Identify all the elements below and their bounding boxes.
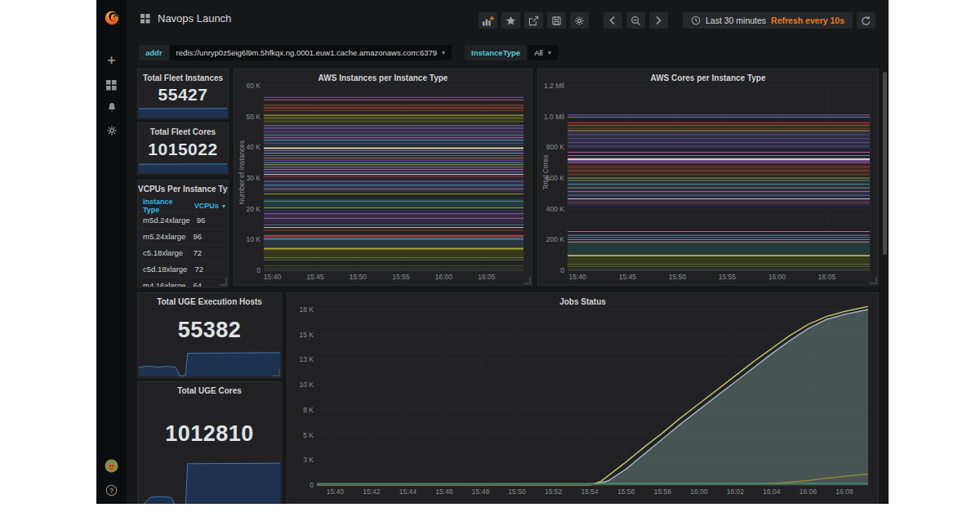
svg-text:0: 0 (256, 266, 261, 274)
panel-resize-handle[interactable] (273, 369, 280, 376)
dashboard-settings-gear-button[interactable] (570, 12, 589, 29)
svg-text:16:00: 16:00 (435, 273, 453, 281)
panel-title[interactable]: Total Fleet Cores (138, 126, 228, 139)
sparkline (139, 162, 227, 173)
share-button[interactable] (524, 12, 543, 29)
refresh-interval-label: Refresh every 10s (771, 16, 844, 25)
svg-text:15:52: 15:52 (545, 488, 563, 496)
grafana-logo-icon[interactable] (96, 10, 127, 26)
svg-text:1.0 Mil: 1.0 Mil (544, 113, 564, 121)
panel-aws-cores-chart: AWS Cores per Instance Type Total Cores … (537, 69, 879, 286)
panel-title[interactable]: Total Fleet Instances (138, 72, 228, 85)
svg-text:?: ? (109, 486, 114, 494)
column-header-instance-type[interactable]: Instance Type (138, 198, 189, 214)
panel-total-uge-execution-hosts: Total UGE Execution Hosts 55382 (137, 292, 282, 378)
panel-title[interactable]: Total UGE Cores (138, 385, 281, 398)
panel-title[interactable]: VCPUs Per Instance Type (138, 183, 228, 196)
dashboard-title[interactable]: Navops Launch (158, 12, 231, 24)
table-row: c5d.18xlarge72 (138, 261, 228, 278)
help-icon[interactable]: ? (96, 480, 127, 500)
svg-text:16:00: 16:00 (768, 273, 786, 281)
svg-text:0: 0 (560, 266, 564, 274)
panel-total-fleet-instances: Total Fleet Instances 55427 (137, 69, 229, 119)
panel-resize-handle[interactable] (870, 277, 877, 284)
panel-resize-handle[interactable] (523, 277, 531, 284)
jobs-status-plot-area[interactable]: 15:4015:4215:4415:4615:4815:5015:5215:54… (292, 306, 873, 501)
svg-text:60 K: 60 K (247, 82, 261, 90)
svg-text:0: 0 (310, 481, 314, 489)
instance-type-cell: c5d.18xlarge (138, 261, 188, 277)
dashboard-toolbar: Last 30 minutes Refresh every 10s (479, 12, 875, 29)
svg-text:15:50: 15:50 (669, 273, 687, 281)
panel-total-uge-cores: Total UGE Cores 1012810 (137, 381, 282, 504)
screenshot: + (0, 0, 980, 512)
panel-total-fleet-cores: Total Fleet Cores 1015022 (137, 122, 229, 175)
scrollbar-thumb[interactable] (883, 72, 887, 255)
svg-text:15:44: 15:44 (399, 488, 417, 496)
svg-text:15:58: 15:58 (654, 488, 672, 496)
svg-text:15:40: 15:40 (327, 488, 345, 496)
time-picker[interactable]: Last 30 minutes Refresh every 10s (683, 12, 853, 29)
zoom-out-magnifier-icon[interactable] (626, 12, 645, 29)
star-button[interactable] (501, 12, 520, 29)
svg-text:15:42: 15:42 (363, 488, 381, 496)
aws-cores-plot-area[interactable]: 15:4015:4515:5015:5516:0016:051.2 Mil1.0… (543, 82, 873, 283)
svg-text:15:46: 15:46 (435, 488, 453, 496)
addr-variable-dropdown[interactable]: redis://unryp0z5eig6l9m.5hfkqx.ng.0001.e… (170, 45, 452, 60)
instance-type-cell: m5d.24xlarge (138, 212, 190, 228)
svg-text:15:40: 15:40 (264, 273, 282, 281)
svg-text:8 K: 8 K (303, 406, 314, 414)
svg-text:16:00: 16:00 (690, 488, 708, 496)
svg-text:15:45: 15:45 (306, 273, 324, 281)
clock-icon (691, 16, 701, 25)
add-icon[interactable]: + (96, 51, 127, 70)
svg-text:16:05: 16:05 (818, 273, 836, 281)
svg-text:800 K: 800 K (546, 143, 565, 151)
svg-text:10 K: 10 K (247, 235, 261, 243)
svg-text:16:06: 16:06 (800, 488, 817, 496)
grafana-app: + (96, 0, 889, 504)
instance-type-cell: m4.16xlarge (138, 278, 186, 287)
panel-vcpus-table: VCPUs Per Instance Type Instance Type VC… (137, 180, 229, 287)
svg-text:10 K: 10 K (300, 381, 314, 389)
time-range-label: Last 30 minutes (706, 16, 766, 25)
svg-text:15:55: 15:55 (719, 273, 737, 281)
svg-text:5 K: 5 K (303, 431, 314, 439)
chevron-down-icon: ▾ (548, 49, 551, 56)
column-header-vcpus[interactable]: VCPUs ▼ (189, 202, 228, 210)
svg-text:16:05: 16:05 (478, 273, 496, 281)
svg-text:1.2 Mil: 1.2 Mil (544, 82, 564, 90)
svg-text:15:50: 15:50 (350, 273, 368, 281)
user-avatar[interactable] (96, 456, 127, 475)
alerting-bell-icon[interactable] (96, 98, 127, 118)
svg-text:600 K: 600 K (546, 174, 565, 182)
dashboards-grid-icon[interactable] (96, 75, 127, 95)
panel-aws-instances-chart: AWS Instances per Instance Type Number o… (234, 69, 532, 286)
instance-type-variable-dropdown[interactable]: All▾ (528, 45, 558, 60)
time-shift-forward-chevron-icon[interactable] (649, 12, 668, 29)
svg-text:16:08: 16:08 (835, 488, 853, 496)
addr-variable-label: addr (139, 45, 169, 60)
table-row: m5d.24xlarge96 (138, 212, 228, 229)
add-panel-button[interactable] (479, 12, 497, 29)
table-row: m4.16xlarge64 (138, 278, 228, 287)
table-row: m5.24xlarge96 (138, 229, 228, 245)
settings-gear-icon[interactable] (96, 121, 127, 140)
vcpu-table-body: m5d.24xlarge96m5.24xlarge96c5.18xlarge72… (138, 212, 228, 287)
svg-text:30 K: 30 K (247, 174, 261, 182)
chevron-down-icon: ▾ (442, 49, 445, 56)
stat-value: 1012810 (165, 421, 254, 447)
refresh-button[interactable] (857, 12, 875, 29)
dashboard-title-grid-icon[interactable] (140, 14, 150, 24)
panel-title[interactable]: Total UGE Execution Hosts (138, 296, 281, 309)
template-variables-row: addr redis://unryp0z5eig6l9m.5hfkqx.ng.0… (127, 39, 889, 65)
svg-text:15:55: 15:55 (392, 273, 410, 281)
svg-text:15:48: 15:48 (472, 488, 490, 496)
time-shift-back-chevron-icon[interactable] (604, 12, 622, 29)
variable-instance-type: InstanceType All▾ (465, 45, 558, 60)
vcpus-cell: 96 (186, 232, 228, 241)
aws-instances-plot-area[interactable]: 15:4015:4515:5015:5516:0016:0560 K50 K40… (239, 82, 527, 283)
save-button[interactable] (547, 12, 566, 29)
instance-type-cell: c5.18xlarge (138, 245, 186, 260)
panel-resize-handle[interactable] (220, 278, 227, 286)
